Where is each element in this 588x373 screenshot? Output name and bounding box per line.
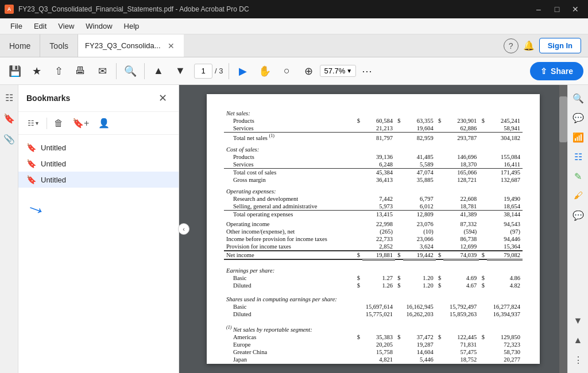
edit-tool-button[interactable]: ✎ [570, 168, 587, 185]
main-content: ☷ 🔖 📎 Bookmarks ✕ ☷ ▼ 🗑 🔖+ 👤 🔖 Untitled [0, 85, 588, 373]
menu-view[interactable]: View [52, 20, 80, 33]
share-button[interactable]: ⇧ Share [530, 62, 583, 80]
menu-window[interactable]: Window [80, 20, 118, 33]
table-row: Europe 20,205 19,287 71,831 72,323 [224, 341, 523, 348]
zoom-tool-button[interactable]: 🔍 [570, 90, 587, 107]
bookmarks-toolbar-divider [47, 118, 47, 129]
table-row: Japan 4,821 5,446 18,752 20,277 [224, 356, 523, 363]
table-row: Diluted $1.26 $1.20 $4.67 $4.82 [224, 282, 523, 289]
right-more-button[interactable]: ⋮ [570, 351, 587, 368]
table-row: Research and development 7,442 6,797 22,… [224, 195, 523, 203]
sign-in-button[interactable]: Sign In [539, 38, 581, 53]
toolbar-divider-3 [229, 63, 229, 79]
table-row: Gross margin 36,413 35,885 128,721 132,6… [224, 176, 523, 184]
section-cost-of-sales: Cost of sales: [224, 142, 523, 153]
bookmark-icon-2: 🔖 [26, 159, 36, 168]
table-row: Greater China 15,758 14,604 57,475 58,73… [224, 348, 523, 356]
help-button[interactable]: ? [504, 38, 519, 53]
comment-tool-button[interactable]: 💬 [570, 109, 587, 126]
upload-button[interactable]: ⇧ [48, 61, 69, 81]
bookmarks-toolbar: ☷ ▼ 🗑 🔖+ 👤 [18, 112, 179, 135]
cursor-tool-button[interactable]: ▶ [233, 61, 253, 81]
close-button[interactable]: ✕ [567, 3, 583, 15]
scrollbar-thumb[interactable] [559, 96, 567, 142]
bookmark-button[interactable]: ★ [26, 61, 47, 81]
acrobat-ai-button[interactable]: 💬 [570, 207, 587, 224]
page-number-input[interactable] [194, 64, 212, 79]
bookmarks-close-button[interactable]: ✕ [155, 91, 171, 106]
pdf-page: Net sales: Products $60,584 $63,355 $230… [207, 94, 540, 364]
expand-panel-button[interactable]: ▼ [570, 312, 587, 329]
bookmark-label-2: Untitled [41, 160, 66, 168]
zoom-controls: 57.7% ▼ [320, 65, 356, 77]
section-shares: Shares used in computing earnings per sh… [224, 292, 523, 303]
export-tool-button[interactable]: 📶 [570, 129, 587, 146]
collapse-panel-button[interactable]: ‹ [178, 223, 189, 235]
table-row: Americas $35,383 $37,472 $122,445 $129,8… [224, 333, 523, 341]
table-row: Other income/(expense), net (265) (10) (… [224, 228, 523, 235]
table-row: Income before provision for income taxes… [224, 235, 523, 243]
zoom-in-button[interactable]: ⊕ [298, 61, 319, 81]
tab-file-name: FY23_Q3_Consolida... [85, 41, 161, 50]
email-button[interactable]: ✉ [92, 61, 113, 81]
tab-file[interactable]: FY23_Q3_Consolida... ✕ [78, 34, 184, 57]
menu-file[interactable]: File [5, 20, 28, 33]
print-button[interactable]: 🖶 [70, 61, 91, 81]
bookmark-item-3[interactable]: 🔖 Untitled [18, 172, 179, 188]
hand-tool-button[interactable]: ✋ [254, 61, 275, 81]
menu-help[interactable]: Help [118, 20, 145, 33]
bookmarks-menu-button[interactable]: ☷ ▼ [24, 116, 43, 130]
bookmark-properties-button[interactable]: 👤 [95, 115, 113, 131]
tab-home[interactable]: Home [0, 34, 40, 57]
delete-bookmark-button[interactable]: 🗑 [51, 116, 67, 131]
bookmarks-title: Bookmarks [26, 94, 70, 103]
section-net-sales: Net sales: [224, 106, 523, 117]
save-button[interactable]: 💾 [5, 61, 25, 81]
collapse-panel-button-right[interactable]: ▲ [570, 332, 587, 349]
menu-edit[interactable]: Edit [28, 20, 52, 33]
prev-page-button[interactable]: ▲ [148, 61, 169, 81]
bookmark-item-1[interactable]: 🔖 Untitled [18, 139, 179, 156]
scrollbar[interactable] [559, 85, 567, 373]
add-bookmark-button[interactable]: 🔖+ [69, 115, 92, 131]
right-panel-icons: 🔍 💬 📶 ☷ ✎ 🖌 💬 ▼ ▲ ⋮ [567, 85, 588, 373]
table-row: Selling, general and administrative 5,97… [224, 203, 523, 211]
app-icon: A [5, 5, 14, 14]
window-title: FY23_Q3_Consolidated_Financial_Statement… [18, 5, 249, 13]
table-row: Basic 15,697,614 16,162,945 15,792,497 1… [224, 303, 523, 310]
organize-tool-button[interactable]: ☷ [570, 148, 587, 165]
maximize-button[interactable]: □ [549, 3, 565, 15]
bookmarks-panel-button active[interactable]: 🔖 [1, 110, 17, 126]
zoom-out-button[interactable]: ○ [276, 61, 297, 81]
toolbar: 💾 ★ ⇧ 🖶 ✉ 🔍 ▲ ▼ / 3 ▶ ✋ ○ ⊕ 57.7% ▼ ⋯ ⇧ … [0, 57, 588, 85]
signature-tool-button[interactable]: 🖌 [570, 187, 587, 204]
table-row: Products 39,136 41,485 146,696 155,084 [224, 153, 523, 161]
zoom-level-selector[interactable]: 57.7% ▼ [320, 65, 356, 77]
section-operating-expenses: Operating expenses: [224, 184, 523, 195]
tab-tools[interactable]: Tools [40, 34, 78, 57]
table-row: Rest of Asia Pacific 5,630 6,150 23,284 … [224, 363, 523, 364]
section-eps: Earnings per share: [224, 263, 523, 274]
pdf-content-table: Net sales: Products $60,584 $63,355 $230… [224, 106, 523, 364]
pages-panel-button[interactable]: ☷ [1, 90, 17, 106]
window-controls: – □ ✕ [531, 3, 583, 15]
next-page-button[interactable]: ▼ [170, 61, 191, 81]
bookmark-label-3: Untitled [41, 176, 66, 184]
zoom-out-search-button[interactable]: 🔍 [120, 61, 141, 81]
table-row: Products $60,584 $63,355 $230,901 $245,2… [224, 117, 523, 125]
more-options-button[interactable]: ⋯ [357, 63, 377, 80]
tab-close-button[interactable]: ✕ [165, 40, 177, 52]
attachments-panel-button[interactable]: 📎 [1, 131, 17, 147]
notifications-button[interactable]: 🔔 [523, 40, 535, 51]
table-row: Total net sales (1) 81,797 82,959 293,78… [224, 133, 523, 142]
bookmark-icon-1: 🔖 [26, 143, 36, 152]
bookmark-item-2[interactable]: 🔖 Untitled [18, 156, 179, 172]
tab-bar: Home Tools FY23_Q3_Consolida... ✕ ? 🔔 Si… [0, 34, 588, 57]
table-row: Operating income 22,998 23,076 87,332 94… [224, 220, 523, 228]
minimize-button[interactable]: – [531, 3, 547, 15]
section-segment: (1) Net sales by reportable segment: [224, 320, 523, 333]
table-row: Provision for income taxes 2,852 3,624 1… [224, 243, 523, 251]
table-row: Total cost of sales 45,384 47,074 165,06… [224, 168, 523, 176]
tab-bar-right: ? 🔔 Sign In [497, 34, 588, 57]
pdf-viewer: Net sales: Products $60,584 $63,355 $230… [179, 85, 567, 373]
